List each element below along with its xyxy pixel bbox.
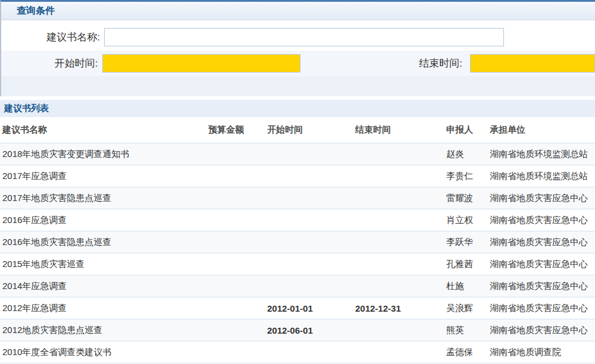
cell-end-time [355,253,446,275]
cell-unit: 湖南省地质灾害应急中心 [490,275,595,297]
cell-unit: 湖南省地质灾害应急中心 [490,319,595,341]
cell-applicant: 李跃华 [446,231,490,253]
query-panel-titlebar: 查询条件 [1,2,595,20]
proposal-name-row: 建议书名称: [1,24,595,51]
cell-unit: 湖南省地质环境监测总站 [490,165,595,187]
cell-proposal-name: 2014年应急调查 [0,275,208,297]
table-header-row: 建议书名称 预算金额 开始时间 结束时间 申报人 承担单位 [0,117,595,143]
cell-end-time: 2012-12-31 [355,297,446,319]
cell-unit: 湖南省地质灾害应急中心 [490,187,595,209]
cell-start-time [267,165,355,187]
table-row[interactable]: 2012地质灾害隐患点巡查 2012-06-01 熊英 湖南省地质灾害应急中心 [0,319,595,341]
cell-start-time [267,231,355,253]
cell-budget [208,275,267,297]
cell-budget [208,341,267,363]
query-conditions-panel: 查询条件 建议书名称: 开始时间: 结束时间: [0,0,595,96]
table-row[interactable]: 2016年应急调查 肖立权 湖南省地质灾害应急中心 [0,209,595,231]
end-time-label: 结束时间: [300,57,462,70]
cell-end-time [355,231,446,253]
cell-unit: 湖南省地质灾害应急中心 [490,253,595,275]
cell-budget [208,253,267,275]
cell-end-time [355,209,446,231]
table-row[interactable]: 2015年地质灾害巡查 孔雅茜 湖南省地质灾害应急中心 [0,253,595,275]
cell-applicant: 孔雅茜 [446,253,490,275]
header-applicant: 申报人 [446,117,490,143]
cell-start-time [267,143,355,165]
proposal-name-input[interactable] [104,28,504,46]
cell-end-time [355,275,446,297]
cell-start-time: 2012-06-01 [267,319,355,341]
cell-budget [208,231,267,253]
cell-applicant: 赵炎 [446,143,490,165]
cell-start-time [267,187,355,209]
table-row[interactable]: 2016年地质灾害隐患点巡查 李跃华 湖南省地质灾害应急中心 [0,231,595,253]
table-row[interactable]: 2017年地质灾害隐患点巡查 雷耀波 湖南省地质灾害应急中心 [0,187,595,209]
cell-budget [208,209,267,231]
cell-proposal-name: 2010年度全省调查类建议书 [0,341,208,363]
cell-proposal-name: 2017年应急调查 [0,165,208,187]
cell-applicant: 李贵仁 [446,165,490,187]
cell-proposal-name: 2016年应急调查 [0,209,208,231]
cell-start-time [267,209,355,231]
time-range-row: 开始时间: 结束时间: [1,51,595,76]
cell-start-time [267,253,355,275]
cell-budget [208,143,267,165]
end-time-input[interactable] [470,54,595,73]
header-proposal-name: 建议书名称 [0,117,208,143]
cell-end-time [355,165,446,187]
cell-unit: 湖南省地质灾害应急中心 [490,231,595,253]
cell-proposal-name: 2017年地质灾害隐患点巡查 [0,187,208,209]
cell-end-time [355,341,446,363]
table-row[interactable]: 2017年应急调查 李贵仁 湖南省地质环境监测总站 [0,165,595,187]
table-row[interactable]: 2014年应急调查 杜施 湖南省地质灾害应急中心 [0,275,595,297]
cell-unit: 湖南省地质灾害应急中心 [490,297,595,319]
start-time-label: 开始时间: [1,57,98,70]
header-start-time: 开始时间 [267,117,355,143]
proposal-name-label: 建议书名称: [1,30,100,44]
cell-proposal-name: 2012年应急调查 [0,297,208,319]
query-panel-title: 查询条件 [17,5,55,17]
header-end-time: 结束时间 [355,117,446,143]
query-panel-footer [1,76,595,96]
cell-start-time [267,275,355,297]
header-unit: 承担单位 [490,117,595,143]
cell-applicant: 孟德保 [446,341,490,363]
table-row[interactable]: 2012年应急调查 2012-01-01 2012-12-31 吴浪辉 湖南省地… [0,297,595,319]
cell-budget [208,319,267,341]
proposal-list-title: 建议书列表 [4,103,49,114]
cell-proposal-name: 2018年地质灾害变更调查通知书 [0,143,208,165]
cell-start-time: 2012-01-01 [267,297,355,319]
cell-proposal-name: 2015年地质灾害巡查 [0,253,208,275]
cell-applicant: 吴浪辉 [446,297,490,319]
header-budget: 预算金额 [208,117,267,143]
table-row[interactable]: 2010年度全省调查类建议书 孟德保 湖南省地质调查院 [0,341,595,363]
proposal-table: 建议书名称 预算金额 开始时间 结束时间 申报人 承担单位 2018年地质灾害变… [0,117,595,363]
cell-end-time [355,319,446,341]
cell-budget [208,187,267,209]
cell-end-time [355,187,446,209]
cell-unit: 湖南省地质灾害应急中心 [490,209,595,231]
cell-unit: 湖南省地质调查院 [490,341,595,363]
cell-budget [208,165,267,187]
cell-applicant: 肖立权 [446,209,490,231]
start-time-input[interactable] [102,54,300,73]
cell-end-time [355,143,446,165]
cell-budget [208,297,267,319]
cell-unit: 湖南省地质环境监测总站 [490,143,595,165]
cell-applicant: 杜施 [446,275,490,297]
cell-proposal-name: 2016年地质灾害隐患点巡查 [0,231,208,253]
proposal-list-titlebar: 建议书列表 [0,100,595,117]
cell-proposal-name: 2012地质灾害隐患点巡查 [0,319,208,341]
cell-applicant: 雷耀波 [446,187,490,209]
cell-applicant: 熊英 [446,319,490,341]
cell-start-time [267,341,355,363]
table-row[interactable]: 2018年地质灾害变更调查通知书 赵炎 湖南省地质环境监测总站 [0,143,595,165]
